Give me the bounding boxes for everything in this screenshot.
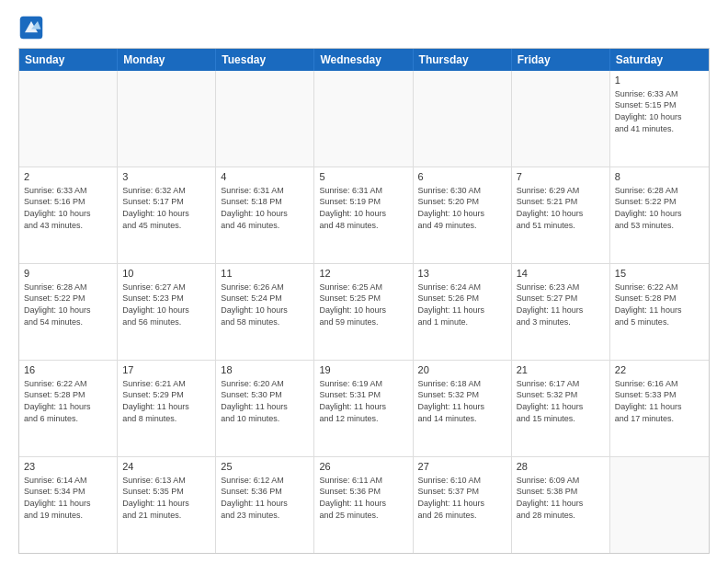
day-info: Sunrise: 6:24 AM Sunset: 5:26 PM Dayligh… bbox=[418, 282, 506, 327]
day-number: 15 bbox=[615, 267, 704, 281]
calendar-cell: 12Sunrise: 6:25 AM Sunset: 5:25 PM Dayli… bbox=[314, 264, 413, 360]
calendar-row: 9Sunrise: 6:28 AM Sunset: 5:22 PM Daylig… bbox=[19, 263, 709, 360]
day-info: Sunrise: 6:22 AM Sunset: 5:28 PM Dayligh… bbox=[24, 378, 112, 424]
calendar-cell: 23Sunrise: 6:14 AM Sunset: 5:34 PM Dayli… bbox=[19, 457, 118, 553]
day-info: Sunrise: 6:32 AM Sunset: 5:17 PM Dayligh… bbox=[122, 185, 210, 231]
calendar-cell bbox=[314, 71, 413, 167]
day-number: 18 bbox=[221, 363, 309, 377]
day-number: 28 bbox=[517, 460, 605, 474]
calendar-cell: 5Sunrise: 6:31 AM Sunset: 5:19 PM Daylig… bbox=[314, 167, 413, 263]
calendar-cell: 25Sunrise: 6:12 AM Sunset: 5:36 PM Dayli… bbox=[216, 457, 314, 553]
day-number: 2 bbox=[24, 170, 112, 184]
calendar-cell: 13Sunrise: 6:24 AM Sunset: 5:26 PM Dayli… bbox=[414, 264, 512, 360]
calendar-cell: 10Sunrise: 6:27 AM Sunset: 5:23 PM Dayli… bbox=[118, 264, 216, 360]
calendar-cell: 3Sunrise: 6:32 AM Sunset: 5:17 PM Daylig… bbox=[118, 167, 216, 263]
calendar-cell bbox=[610, 457, 709, 553]
calendar-cell: 14Sunrise: 6:23 AM Sunset: 5:27 PM Dayli… bbox=[512, 264, 610, 360]
day-info: Sunrise: 6:13 AM Sunset: 5:35 PM Dayligh… bbox=[122, 475, 210, 521]
day-info: Sunrise: 6:14 AM Sunset: 5:34 PM Dayligh… bbox=[24, 475, 112, 521]
header bbox=[18, 15, 710, 40]
calendar: SundayMondayTuesdayWednesdayThursdayFrid… bbox=[18, 48, 710, 554]
calendar-cell: 19Sunrise: 6:19 AM Sunset: 5:31 PM Dayli… bbox=[314, 361, 413, 456]
day-number: 23 bbox=[24, 460, 112, 474]
calendar-cell: 24Sunrise: 6:13 AM Sunset: 5:35 PM Dayli… bbox=[118, 457, 216, 553]
calendar-cell: 27Sunrise: 6:10 AM Sunset: 5:37 PM Dayli… bbox=[414, 457, 512, 553]
day-number: 6 bbox=[418, 170, 506, 184]
logo bbox=[18, 15, 48, 40]
day-number: 20 bbox=[418, 363, 506, 377]
calendar-cell: 20Sunrise: 6:18 AM Sunset: 5:32 PM Dayli… bbox=[414, 361, 512, 456]
calendar-row: 23Sunrise: 6:14 AM Sunset: 5:34 PM Dayli… bbox=[19, 456, 709, 553]
page: SundayMondayTuesdayWednesdayThursdayFrid… bbox=[0, 0, 728, 563]
calendar-cell bbox=[512, 71, 610, 167]
day-info: Sunrise: 6:19 AM Sunset: 5:31 PM Dayligh… bbox=[319, 378, 407, 424]
calendar-header: SundayMondayTuesdayWednesdayThursdayFrid… bbox=[19, 49, 709, 71]
calendar-row: 2Sunrise: 6:33 AM Sunset: 5:16 PM Daylig… bbox=[19, 167, 709, 263]
calendar-cell bbox=[216, 71, 314, 167]
calendar-cell bbox=[19, 71, 118, 167]
logo-icon bbox=[18, 15, 44, 40]
calendar-cell: 9Sunrise: 6:28 AM Sunset: 5:22 PM Daylig… bbox=[19, 264, 118, 360]
calendar-row: 16Sunrise: 6:22 AM Sunset: 5:28 PM Dayli… bbox=[19, 360, 709, 456]
day-info: Sunrise: 6:16 AM Sunset: 5:33 PM Dayligh… bbox=[615, 378, 704, 424]
day-info: Sunrise: 6:20 AM Sunset: 5:30 PM Dayligh… bbox=[221, 378, 309, 424]
day-info: Sunrise: 6:30 AM Sunset: 5:20 PM Dayligh… bbox=[418, 185, 506, 231]
weekday-header: Sunday bbox=[19, 49, 118, 71]
day-number: 4 bbox=[221, 170, 309, 184]
day-info: Sunrise: 6:11 AM Sunset: 5:36 PM Dayligh… bbox=[319, 475, 407, 521]
calendar-cell: 2Sunrise: 6:33 AM Sunset: 5:16 PM Daylig… bbox=[19, 167, 118, 263]
day-info: Sunrise: 6:10 AM Sunset: 5:37 PM Dayligh… bbox=[418, 475, 506, 521]
day-info: Sunrise: 6:21 AM Sunset: 5:29 PM Dayligh… bbox=[122, 378, 210, 424]
calendar-cell: 17Sunrise: 6:21 AM Sunset: 5:29 PM Dayli… bbox=[118, 361, 216, 456]
calendar-cell: 16Sunrise: 6:22 AM Sunset: 5:28 PM Dayli… bbox=[19, 361, 118, 456]
day-number: 7 bbox=[517, 170, 605, 184]
day-number: 3 bbox=[122, 170, 210, 184]
weekday-header: Friday bbox=[512, 49, 610, 71]
day-number: 8 bbox=[615, 170, 704, 184]
day-number: 10 bbox=[122, 267, 210, 281]
day-number: 12 bbox=[319, 267, 407, 281]
day-info: Sunrise: 6:22 AM Sunset: 5:28 PM Dayligh… bbox=[615, 282, 704, 327]
day-info: Sunrise: 6:12 AM Sunset: 5:36 PM Dayligh… bbox=[221, 475, 309, 521]
day-number: 9 bbox=[24, 267, 112, 281]
day-info: Sunrise: 6:29 AM Sunset: 5:21 PM Dayligh… bbox=[517, 185, 605, 231]
day-number: 1 bbox=[615, 74, 704, 87]
calendar-cell: 28Sunrise: 6:09 AM Sunset: 5:38 PM Dayli… bbox=[512, 457, 610, 553]
day-number: 14 bbox=[517, 267, 605, 281]
calendar-cell: 15Sunrise: 6:22 AM Sunset: 5:28 PM Dayli… bbox=[610, 264, 709, 360]
calendar-cell: 6Sunrise: 6:30 AM Sunset: 5:20 PM Daylig… bbox=[414, 167, 512, 263]
calendar-cell: 8Sunrise: 6:28 AM Sunset: 5:22 PM Daylig… bbox=[610, 167, 709, 263]
calendar-cell: 7Sunrise: 6:29 AM Sunset: 5:21 PM Daylig… bbox=[512, 167, 610, 263]
day-number: 27 bbox=[418, 460, 506, 474]
day-info: Sunrise: 6:27 AM Sunset: 5:23 PM Dayligh… bbox=[122, 282, 210, 327]
day-info: Sunrise: 6:17 AM Sunset: 5:32 PM Dayligh… bbox=[517, 378, 605, 424]
day-number: 25 bbox=[221, 460, 309, 474]
day-info: Sunrise: 6:18 AM Sunset: 5:32 PM Dayligh… bbox=[418, 378, 506, 424]
weekday-header: Monday bbox=[118, 49, 216, 71]
day-info: Sunrise: 6:25 AM Sunset: 5:25 PM Dayligh… bbox=[319, 282, 407, 327]
calendar-cell: 4Sunrise: 6:31 AM Sunset: 5:18 PM Daylig… bbox=[216, 167, 314, 263]
day-number: 5 bbox=[319, 170, 407, 184]
calendar-cell bbox=[414, 71, 512, 167]
day-info: Sunrise: 6:26 AM Sunset: 5:24 PM Dayligh… bbox=[221, 282, 309, 327]
day-info: Sunrise: 6:09 AM Sunset: 5:38 PM Dayligh… bbox=[517, 475, 605, 521]
day-number: 21 bbox=[517, 363, 605, 377]
day-info: Sunrise: 6:33 AM Sunset: 5:15 PM Dayligh… bbox=[615, 88, 704, 134]
weekday-header: Wednesday bbox=[314, 49, 413, 71]
day-number: 22 bbox=[615, 363, 704, 377]
calendar-cell: 21Sunrise: 6:17 AM Sunset: 5:32 PM Dayli… bbox=[512, 361, 610, 456]
calendar-cell: 1Sunrise: 6:33 AM Sunset: 5:15 PM Daylig… bbox=[610, 71, 709, 167]
day-info: Sunrise: 6:28 AM Sunset: 5:22 PM Dayligh… bbox=[615, 185, 704, 231]
calendar-cell: 26Sunrise: 6:11 AM Sunset: 5:36 PM Dayli… bbox=[314, 457, 413, 553]
day-info: Sunrise: 6:23 AM Sunset: 5:27 PM Dayligh… bbox=[517, 282, 605, 327]
calendar-cell bbox=[118, 71, 216, 167]
calendar-cell: 18Sunrise: 6:20 AM Sunset: 5:30 PM Dayli… bbox=[216, 361, 314, 456]
weekday-header: Thursday bbox=[414, 49, 512, 71]
day-info: Sunrise: 6:33 AM Sunset: 5:16 PM Dayligh… bbox=[24, 185, 112, 231]
calendar-row: 1Sunrise: 6:33 AM Sunset: 5:15 PM Daylig… bbox=[19, 71, 709, 167]
calendar-cell: 22Sunrise: 6:16 AM Sunset: 5:33 PM Dayli… bbox=[610, 361, 709, 456]
day-number: 24 bbox=[122, 460, 210, 474]
calendar-body: 1Sunrise: 6:33 AM Sunset: 5:15 PM Daylig… bbox=[19, 71, 709, 553]
day-info: Sunrise: 6:31 AM Sunset: 5:18 PM Dayligh… bbox=[221, 185, 309, 231]
weekday-header: Tuesday bbox=[216, 49, 314, 71]
